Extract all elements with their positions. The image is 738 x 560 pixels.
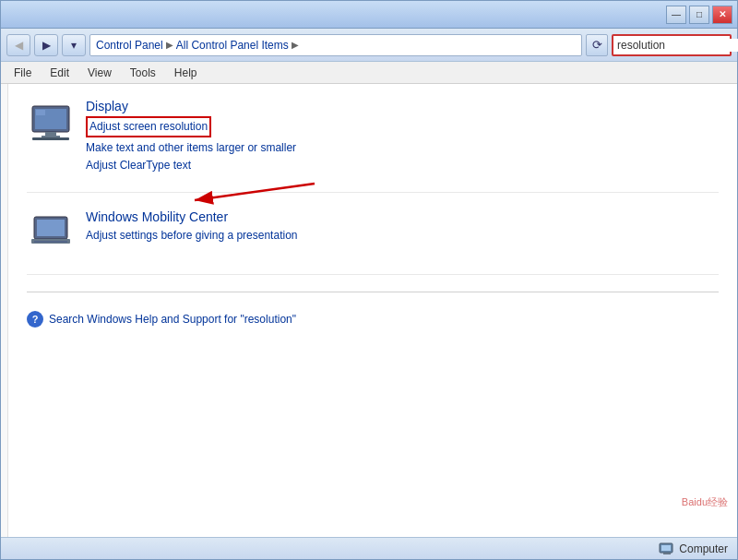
- baidu-watermark: Baidu经验: [682, 495, 728, 509]
- display-title[interactable]: Display: [86, 99, 719, 113]
- breadcrumb[interactable]: Control Panel ▶ All Control Panel Items …: [89, 34, 582, 56]
- divider: [27, 292, 719, 292]
- title-bar: — □ ✕: [1, 1, 737, 29]
- menu-bar: File Edit View Tools Help: [1, 62, 737, 84]
- search-input[interactable]: [617, 39, 738, 52]
- svg-rect-2: [45, 132, 56, 136]
- dropdown-button[interactable]: ▾: [62, 34, 86, 56]
- adjust-presentation-link[interactable]: Adjust settings before giving a presenta…: [86, 227, 719, 244]
- adjust-resolution-link[interactable]: Adjust screen resolution: [89, 118, 208, 136]
- content-area: Display Adjust screen resolution Make te…: [1, 84, 737, 537]
- svg-rect-13: [661, 545, 671, 551]
- mobility-icon: [27, 209, 75, 257]
- menu-tools[interactable]: Tools: [123, 65, 163, 81]
- breadcrumb-sep2: ▶: [292, 40, 299, 50]
- menu-help[interactable]: Help: [167, 65, 205, 81]
- svg-rect-14: [663, 553, 671, 554]
- menu-edit[interactable]: Edit: [42, 65, 77, 81]
- left-sidebar: [1, 84, 8, 537]
- computer-status-icon: [659, 542, 675, 555]
- breadcrumb-control-panel[interactable]: Control Panel: [96, 39, 163, 52]
- svg-rect-5: [32, 137, 69, 140]
- adjust-cleartype-link[interactable]: Adjust ClearType text: [86, 157, 719, 174]
- breadcrumb-sep1: ▶: [166, 40, 173, 50]
- menu-file[interactable]: File: [6, 65, 39, 81]
- help-link-area: ? Search Windows Help and Support for "r…: [27, 304, 719, 328]
- search-box: 🔍 ✕: [612, 34, 732, 56]
- maximize-button[interactable]: □: [689, 6, 709, 24]
- main-window: — □ ✕ ◀ ▶ ▾ Control Panel ▶ All Control …: [0, 0, 738, 560]
- forward-button[interactable]: ▶: [34, 34, 58, 56]
- category-mobility: Windows Mobility Center Adjust settings …: [27, 209, 719, 275]
- breadcrumb-all-items[interactable]: All Control Panel Items: [176, 39, 289, 52]
- windows-help-link[interactable]: Search Windows Help and Support for "res…: [49, 311, 296, 328]
- display-icon: [27, 99, 75, 147]
- svg-rect-7: [37, 220, 65, 236]
- help-icon: ?: [27, 311, 43, 328]
- close-button[interactable]: ✕: [712, 6, 732, 24]
- refresh-button[interactable]: ⟳: [586, 34, 608, 56]
- svg-rect-4: [36, 110, 45, 115]
- svg-rect-9: [34, 241, 67, 243]
- title-bar-buttons: — □ ✕: [666, 6, 732, 24]
- laptop-svg: [29, 211, 73, 256]
- category-display: Display Adjust screen resolution Make te…: [27, 99, 719, 193]
- make-text-larger-link[interactable]: Make text and other items larger or smal…: [86, 139, 719, 157]
- address-bar: ◀ ▶ ▾ Control Panel ▶ All Control Panel …: [1, 29, 737, 62]
- display-info: Display Adjust screen resolution Make te…: [86, 99, 719, 175]
- minimize-button[interactable]: —: [666, 6, 686, 24]
- menu-view[interactable]: View: [80, 65, 119, 81]
- main-panel: Display Adjust screen resolution Make te…: [8, 84, 737, 537]
- back-button[interactable]: ◀: [6, 34, 30, 56]
- status-bar: Computer: [1, 537, 737, 559]
- status-computer-label: Computer: [679, 542, 728, 555]
- mobility-info: Windows Mobility Center Adjust settings …: [86, 209, 719, 244]
- mobility-title[interactable]: Windows Mobility Center: [86, 209, 719, 224]
- status-computer: Computer: [659, 542, 728, 555]
- monitor-svg: [29, 101, 73, 145]
